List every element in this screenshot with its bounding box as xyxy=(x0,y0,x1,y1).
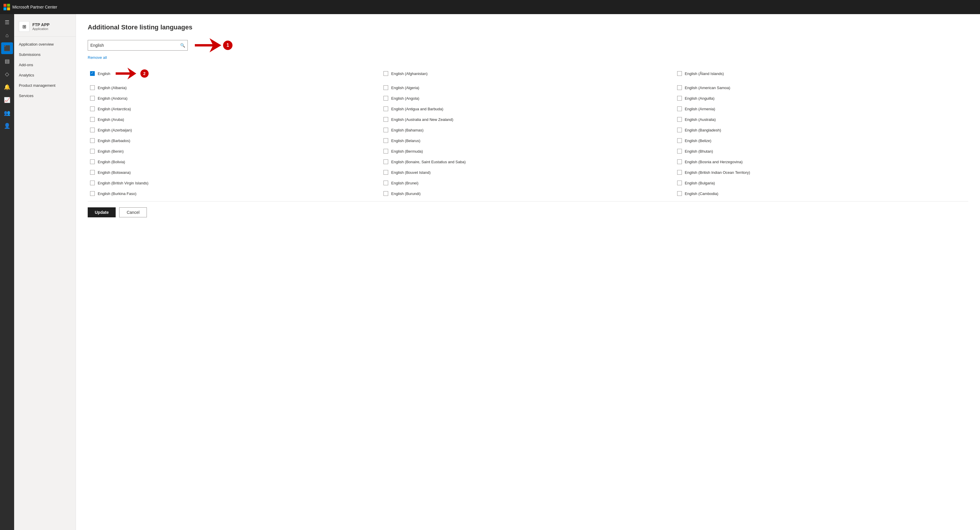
nav-apps-icon[interactable]: ⬛ xyxy=(1,42,13,54)
lang-checkbox-english-algeria[interactable] xyxy=(383,85,388,90)
app-icon: ⊞ xyxy=(19,21,29,32)
lang-label-english-bahamas: English (Bahamas) xyxy=(391,128,423,132)
lang-item-english-armenia: English (Armenia) xyxy=(675,103,968,114)
lang-checkbox-english-belarus[interactable] xyxy=(383,138,388,143)
lang-checkbox-english-belize[interactable] xyxy=(677,138,682,143)
lang-label-english-bosnia: English (Bosnia and Herzegovina) xyxy=(685,160,743,164)
lang-checkbox-english-bouvet[interactable] xyxy=(383,170,388,175)
lang-item-english-aland: English (Åland Islands) xyxy=(675,65,968,83)
lang-checkbox-english-cambodia[interactable] xyxy=(677,191,682,196)
lang-item-english-american-samoa: English (American Samoa) xyxy=(675,83,968,93)
app-name: FTP APP xyxy=(32,22,49,27)
lang-item-english-bouvet: English (Bouvet Island) xyxy=(381,167,675,178)
arrow-1-svg xyxy=(195,38,221,52)
nav-home-icon[interactable]: ⌂ xyxy=(1,29,13,41)
lang-checkbox-english-bolivia[interactable] xyxy=(90,159,95,164)
nav-list-icon[interactable]: ▤ xyxy=(1,55,13,67)
sidebar-item-submissions[interactable]: Submissions xyxy=(14,49,76,60)
button-row: Update Cancel xyxy=(88,201,968,217)
lang-checkbox-english-benin[interactable] xyxy=(90,149,95,154)
lang-checkbox-english-biot[interactable] xyxy=(677,170,682,175)
lang-label-english-botswana: English (Botswana) xyxy=(98,170,130,175)
lang-item-english-albania: English (Albania) xyxy=(88,83,381,93)
lang-checkbox-english-bvi[interactable] xyxy=(90,181,95,185)
lang-checkbox-english[interactable] xyxy=(90,71,95,76)
lang-item-english-aus-nz: English (Australia and New Zealand) xyxy=(381,114,675,125)
nav-user-icon[interactable]: 👤 xyxy=(1,120,13,132)
lang-item-english-bhutan: English (Bhutan) xyxy=(675,146,968,157)
lang-checkbox-english-albania[interactable] xyxy=(90,85,95,90)
lang-label-english-burkina-faso: English (Burkina Faso) xyxy=(98,192,137,196)
lang-item-english-antarctica: English (Antarctica) xyxy=(88,103,381,114)
lang-checkbox-english-barbados[interactable] xyxy=(90,138,95,143)
lang-checkbox-english-botswana[interactable] xyxy=(90,170,95,175)
topbar-logo: Microsoft Partner Center xyxy=(3,4,57,10)
lang-checkbox-english-afghanistan[interactable] xyxy=(383,71,388,76)
nav-chart-icon[interactable]: 📈 xyxy=(1,94,13,106)
sidebar-item-add-ons[interactable]: Add-ons xyxy=(14,60,76,70)
lang-item-english-bangladesh: English (Bangladesh) xyxy=(675,125,968,135)
lang-checkbox-english-aus-nz[interactable] xyxy=(383,117,388,122)
lang-checkbox-english-bahamas[interactable] xyxy=(383,128,388,132)
lang-checkbox-english-andorra[interactable] xyxy=(90,96,95,101)
remove-all-link[interactable]: Remove all xyxy=(88,55,107,60)
lang-checkbox-english-american-samoa[interactable] xyxy=(677,85,682,90)
topbar: Microsoft Partner Center xyxy=(0,0,980,14)
lang-checkbox-english-bulgaria[interactable] xyxy=(677,181,682,185)
lang-checkbox-english-aland[interactable] xyxy=(677,71,682,76)
lang-label-english-cambodia: English (Cambodia) xyxy=(685,192,718,196)
lang-checkbox-english-angola[interactable] xyxy=(383,96,388,101)
nav-group-icon[interactable]: 👥 xyxy=(1,107,13,119)
lang-label-english-aus-nz: English (Australia and New Zealand) xyxy=(391,117,453,122)
lang-label-english-barbados: English (Barbados) xyxy=(98,138,130,143)
language-grid: English 2 English (Afghanistan) English … xyxy=(88,65,968,199)
lang-label-english: English xyxy=(98,71,110,76)
lang-label-english-american-samoa: English (American Samoa) xyxy=(685,86,730,90)
sidebar-item-product-management[interactable]: Product management xyxy=(14,80,76,90)
lang-item-english-andorra: English (Andorra) xyxy=(88,93,381,103)
lang-checkbox-english-burkina-faso[interactable] xyxy=(90,191,95,196)
lang-checkbox-english-aruba[interactable] xyxy=(90,117,95,122)
sidebar-item-services[interactable]: Services xyxy=(14,90,76,101)
lang-checkbox-english-anguilla[interactable] xyxy=(677,96,682,101)
lang-checkbox-english-burundi[interactable] xyxy=(383,191,388,196)
nav-bell-icon[interactable]: 🔔 xyxy=(1,81,13,93)
lang-checkbox-english-brunei[interactable] xyxy=(383,181,388,185)
lang-item-english-burundi: English (Burundi) xyxy=(381,188,675,199)
lang-item-english-afghanistan: English (Afghanistan) xyxy=(381,65,675,83)
svg-marker-1 xyxy=(116,68,136,79)
sidebar-item-analytics[interactable]: Analytics xyxy=(14,70,76,80)
search-input[interactable] xyxy=(90,43,180,48)
lang-label-english-aland: English (Åland Islands) xyxy=(685,71,724,76)
lang-checkbox-english-azerbaijan[interactable] xyxy=(90,128,95,132)
lang-label-english-bouvet: English (Bouvet Island) xyxy=(391,170,431,175)
lang-item-english-brunei: English (Brunei) xyxy=(381,178,675,188)
lang-item-english-belize: English (Belize) xyxy=(675,135,968,146)
lang-label-english-angola: English (Angola) xyxy=(391,96,419,101)
nav-menu-icon[interactable]: ☰ xyxy=(1,16,13,28)
lang-item-english-algeria: English (Algeria) xyxy=(381,83,675,93)
lang-checkbox-english-antigua[interactable] xyxy=(383,106,388,111)
lang-item-english-belarus: English (Belarus) xyxy=(381,135,675,146)
lang-item-english-benin: English (Benin) xyxy=(88,146,381,157)
lang-checkbox-english-bermuda[interactable] xyxy=(383,149,388,154)
lang-checkbox-english-armenia[interactable] xyxy=(677,106,682,111)
app-type: Application xyxy=(32,27,49,30)
lang-label-english-bolivia: English (Bolivia) xyxy=(98,160,125,164)
lang-checkbox-english-bosnia[interactable] xyxy=(677,159,682,164)
lang-label-english-aruba: English (Aruba) xyxy=(98,117,124,122)
lang-checkbox-english-bonaire[interactable] xyxy=(383,159,388,164)
lang-label-english-belize: English (Belize) xyxy=(685,138,711,143)
update-button[interactable]: Update xyxy=(88,207,116,217)
lang-item-english-bolivia: English (Bolivia) xyxy=(88,157,381,167)
lang-checkbox-english-bangladesh[interactable] xyxy=(677,128,682,132)
lang-checkbox-english-bhutan[interactable] xyxy=(677,149,682,154)
nav-diamond-icon[interactable]: ◇ xyxy=(1,68,13,80)
lang-label-english-burundi: English (Burundi) xyxy=(391,192,420,196)
main-content: Additional Store listing languages 🔍 1 R… xyxy=(76,14,980,530)
search-box: 🔍 xyxy=(88,40,188,51)
sidebar-item-application-overview[interactable]: Application overview xyxy=(14,39,76,49)
lang-checkbox-english-australia[interactable] xyxy=(677,117,682,122)
lang-checkbox-english-antarctica[interactable] xyxy=(90,106,95,111)
cancel-button[interactable]: Cancel xyxy=(119,207,147,217)
